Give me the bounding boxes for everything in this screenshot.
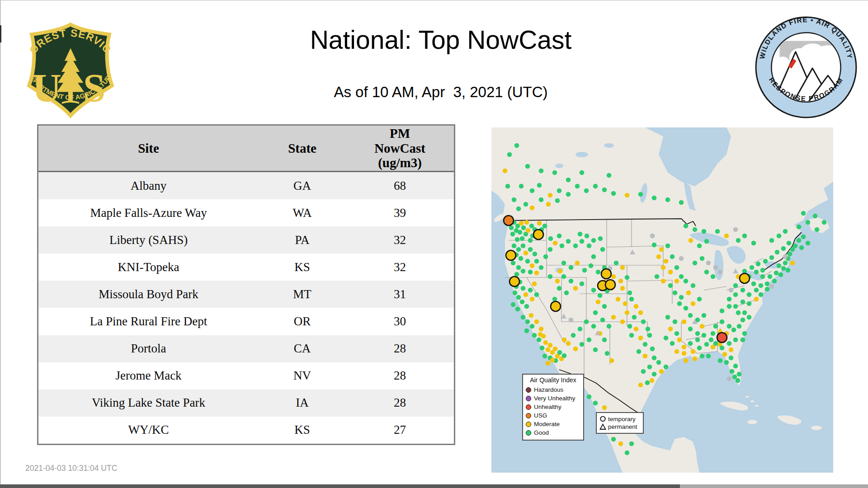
monitor-dot: [557, 286, 562, 291]
monitor-dot: [528, 247, 533, 252]
monitor-dot: [673, 319, 678, 324]
monitor-dot: [677, 338, 682, 343]
monitor-dot: [591, 288, 596, 293]
monitor-dot: [813, 214, 818, 219]
monitor-dot: [677, 301, 682, 306]
monitor-dot: [786, 268, 791, 273]
monitor-dot: [693, 227, 698, 232]
monitor-dot: [733, 227, 738, 232]
monitor-dot: [534, 292, 539, 297]
monitor-dot: [552, 297, 557, 302]
monitor-dot: [778, 272, 783, 277]
monitor-dot: [518, 230, 523, 235]
monitor-dot: [591, 238, 596, 243]
monitor-dot: [750, 265, 755, 270]
monitor-dot: [542, 224, 547, 229]
monitor-dot: [634, 327, 639, 332]
monitor-dot: [571, 333, 576, 338]
aqi-swatch-icon: [526, 387, 531, 393]
monitor-dot: [524, 220, 529, 225]
value-cell: 28: [346, 369, 454, 383]
monitor-dot: [546, 347, 551, 352]
value-cell: 31: [346, 287, 454, 301]
monitor-dot: [742, 234, 747, 239]
monitor-dot: [645, 380, 650, 385]
monitor-dot: [629, 333, 634, 338]
monitor-dot: [539, 197, 544, 202]
monitor-dot: [736, 378, 741, 383]
monitor-dot: [759, 283, 764, 288]
monitor-dot: [600, 247, 605, 252]
monitor-dot: [524, 304, 529, 309]
left-scrollbar-thumb[interactable]: [0, 25, 1, 42]
monitor-dot: [580, 282, 585, 286]
monitor-dot: [548, 343, 553, 348]
monitor-dot: [557, 188, 562, 193]
monitor-dot: [534, 319, 539, 324]
monitor-dot: [664, 336, 669, 341]
monitor-dot: [679, 256, 684, 261]
monitor-dot: [548, 236, 553, 241]
forest-service-logo: FOREST SERVICE DEPARTMENT OF AGRICULTURE…: [23, 19, 118, 120]
monitor-dot: [772, 279, 777, 284]
monitor-dot: [503, 169, 508, 174]
monitor-dot: [637, 349, 642, 354]
legend-item-permanent: permanent: [599, 423, 640, 431]
horizontal-scrollbar-track[interactable]: [0, 484, 868, 488]
monitor-dot: [580, 170, 585, 175]
monitor-dot: [769, 284, 774, 289]
monitor-dot: [691, 301, 696, 306]
horizontal-scrollbar-thumb[interactable]: [0, 484, 680, 488]
monitor-dot: [659, 247, 664, 252]
window-top-edge: [0, 0, 868, 0]
monitor-dot: [759, 292, 764, 297]
legend-item-temporary: temporary: [599, 415, 640, 423]
monitor-dot: [602, 338, 607, 343]
monitor-dot: [718, 358, 723, 363]
monitor-dot: [801, 211, 806, 216]
monitor-dot: [736, 238, 741, 243]
aqi-swatch-icon: [526, 404, 531, 410]
monitor-dot: [695, 338, 700, 343]
column-header-site: Site: [38, 141, 259, 156]
table-row: PortolaCA28: [38, 335, 454, 362]
monitor-dot: [638, 336, 643, 341]
monitor-dot: [625, 193, 630, 198]
aqi-legend-item: Moderate: [526, 420, 580, 428]
monitor-dot: [542, 354, 547, 359]
monitor-dot: [537, 183, 542, 188]
monitor-dot: [632, 315, 637, 320]
monitor-dot: [519, 221, 524, 226]
monitor-dot: [781, 266, 786, 271]
monitor-dot: [530, 297, 535, 302]
monitor-dot: [620, 286, 625, 291]
monitor-dot: [797, 238, 802, 243]
monitor-dot: [697, 244, 702, 249]
monitor-dot: [700, 256, 705, 261]
monitor-dot: [756, 262, 761, 267]
table-header-row: Site State PM NowCast (ug/m3): [38, 126, 454, 172]
monitor-dot: [555, 198, 560, 203]
monitor-dot: [562, 338, 567, 343]
monitor-dot: [524, 292, 528, 297]
monitor-dot: [706, 261, 711, 266]
monitor-dot: [566, 192, 571, 197]
aqi-legend-label: USG: [534, 412, 547, 419]
monitor-dot: [695, 331, 700, 336]
monitor-dot: [569, 318, 574, 323]
monitor-dot: [727, 297, 732, 302]
value-cell: 32: [346, 260, 454, 274]
monitor-dot: [665, 244, 670, 249]
monitor-dot: [611, 274, 616, 279]
monitor-dot: [656, 360, 661, 365]
monitor-dot: [797, 225, 802, 230]
state-cell: WA: [259, 206, 346, 220]
monitor-dot: [741, 288, 745, 293]
monitor-dot: [537, 338, 542, 343]
monitor-dot: [815, 227, 820, 232]
monitor-dot: [625, 275, 630, 280]
monitor-dot: [614, 261, 619, 266]
left-scrollbar-track[interactable]: [0, 0, 1, 488]
monitor-dot: [733, 364, 738, 369]
monitor-dot: [593, 184, 598, 189]
